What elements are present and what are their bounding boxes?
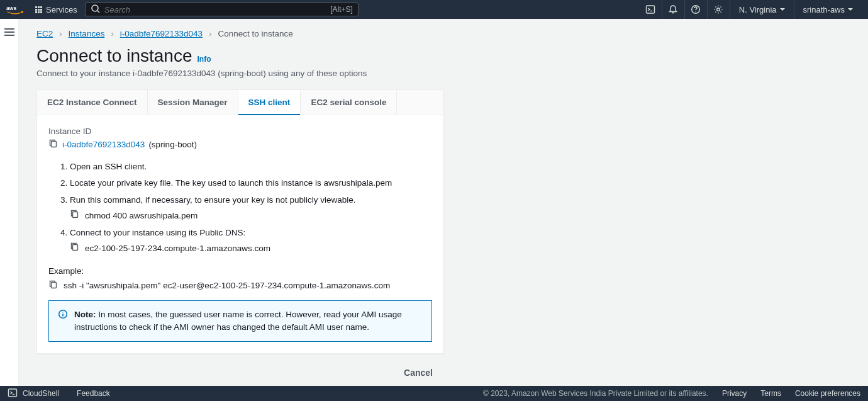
settings-icon[interactable]	[707, 0, 730, 19]
cancel-button[interactable]: Cancel	[392, 364, 444, 381]
svg-rect-9	[73, 212, 78, 217]
chmod-command: chmod 400 awsrushipala.pem	[85, 210, 198, 222]
tab-ec2-serial-console[interactable]: EC2 serial console	[301, 90, 397, 115]
region-label: N. Virginia	[739, 5, 777, 14]
grid-icon	[35, 6, 42, 13]
services-label: Services	[46, 5, 77, 14]
copy-icon[interactable]	[70, 209, 80, 223]
cloudshell-icon[interactable]	[8, 388, 18, 400]
search-icon	[91, 4, 101, 16]
copy-icon[interactable]	[48, 138, 58, 150]
cookie-preferences-link[interactable]: Cookie preferences	[795, 389, 860, 398]
breadcrumb-link-instance-id[interactable]: i-0adbfe7692133d043	[120, 29, 203, 38]
copy-icon[interactable]	[70, 242, 80, 256]
feedback-link[interactable]: Feedback	[77, 389, 110, 398]
footer-bar: CloudShell Feedback © 2023, Amazon Web S…	[0, 386, 868, 401]
tab-body-ssh: Instance ID i-0adbfe7692133d043 (spring-…	[37, 115, 443, 353]
svg-point-14	[62, 312, 64, 313]
breadcrumb-link-instances[interactable]: Instances	[69, 29, 105, 38]
svg-line-2	[97, 11, 99, 13]
public-dns: ec2-100-25-197-234.compute-1.amazonaws.c…	[85, 242, 270, 255]
example-label: Example:	[48, 266, 432, 276]
connect-panel: EC2 Instance Connect Session Manager SSH…	[36, 89, 444, 354]
ssh-steps: Open an SSH client. Locate your private …	[48, 161, 432, 256]
actions-row: Cancel	[36, 364, 444, 381]
breadcrumb-link-ec2[interactable]: EC2	[36, 29, 53, 38]
instance-id-row: i-0adbfe7692133d043 (spring-boot)	[48, 138, 432, 150]
chevron-right-icon: ›	[209, 29, 211, 38]
step-2: Locate your private key file. The key us…	[70, 177, 432, 189]
aws-logo[interactable]: aws	[6, 4, 24, 16]
help-icon[interactable]	[684, 0, 707, 19]
privacy-link[interactable]: Privacy	[722, 389, 747, 398]
top-nav-bar: aws Services [Alt+S] N.	[0, 0, 868, 19]
cloudshell-link[interactable]: CloudShell	[23, 389, 59, 398]
tab-ssh-client[interactable]: SSH client	[238, 90, 301, 115]
terms-link[interactable]: Terms	[760, 389, 781, 398]
copy-icon[interactable]	[48, 280, 58, 291]
caret-down-icon	[780, 8, 785, 11]
cloudshell-icon[interactable]	[639, 0, 662, 19]
svg-point-1	[92, 5, 98, 11]
search-input[interactable]	[101, 5, 330, 14]
copyright-text: © 2023, Amazon Web Services India Privat…	[483, 389, 708, 398]
sidebar-toggle[interactable]	[0, 19, 19, 386]
info-icon	[58, 309, 68, 321]
instance-name: (spring-boot)	[148, 140, 197, 149]
notifications-icon[interactable]	[662, 0, 684, 19]
svg-point-7	[717, 8, 720, 11]
breadcrumb-current: Connect to instance	[218, 29, 292, 38]
page-description: Connect to your instance i-0adbfe7692133…	[36, 69, 850, 78]
chevron-right-icon: ›	[59, 29, 62, 38]
note-text: Note: In most cases, the guessed user na…	[74, 308, 423, 334]
page-title-row: Connect to instance Info	[36, 46, 850, 66]
caret-down-icon	[848, 8, 853, 11]
svg-text:aws: aws	[6, 5, 16, 11]
instance-id-link[interactable]: i-0adbfe7692133d043	[62, 140, 145, 149]
user-label: srinath-aws	[803, 5, 845, 14]
svg-point-6	[696, 11, 696, 12]
instance-id-label: Instance ID	[48, 127, 432, 136]
chevron-right-icon: ›	[111, 29, 113, 38]
note-box: Note: In most cases, the guessed user na…	[48, 300, 432, 342]
tabs: EC2 Instance Connect Session Manager SSH…	[37, 90, 443, 115]
breadcrumb: EC2 › Instances › i-0adbfe7692133d043 › …	[36, 19, 850, 46]
svg-rect-8	[52, 142, 57, 147]
svg-rect-10	[73, 245, 78, 251]
hamburger-icon	[4, 26, 14, 38]
main-content: EC2 › Instances › i-0adbfe7692133d043 › …	[19, 19, 868, 386]
info-link[interactable]: Info	[198, 55, 211, 64]
example-command: ssh -i "awsrushipala.pem" ec2-user@ec2-1…	[64, 281, 390, 290]
tab-session-manager[interactable]: Session Manager	[148, 90, 238, 115]
services-menu[interactable]: Services	[35, 5, 77, 14]
step-4: Connect to your instance using its Publi…	[70, 227, 432, 256]
example-row: ssh -i "awsrushipala.pem" ec2-user@ec2-1…	[48, 280, 432, 291]
step-1: Open an SSH client.	[70, 161, 432, 173]
page-title: Connect to instance	[36, 46, 192, 66]
step-3: Run this command, if necessary, to ensur…	[70, 194, 432, 223]
region-selector[interactable]: N. Virginia	[730, 0, 794, 19]
user-menu[interactable]: srinath-aws	[794, 0, 862, 19]
svg-rect-11	[52, 282, 57, 288]
search-shortcut: [Alt+S]	[330, 5, 353, 14]
search-bar[interactable]: [Alt+S]	[85, 3, 359, 16]
tab-ec2-instance-connect[interactable]: EC2 Instance Connect	[37, 90, 148, 115]
